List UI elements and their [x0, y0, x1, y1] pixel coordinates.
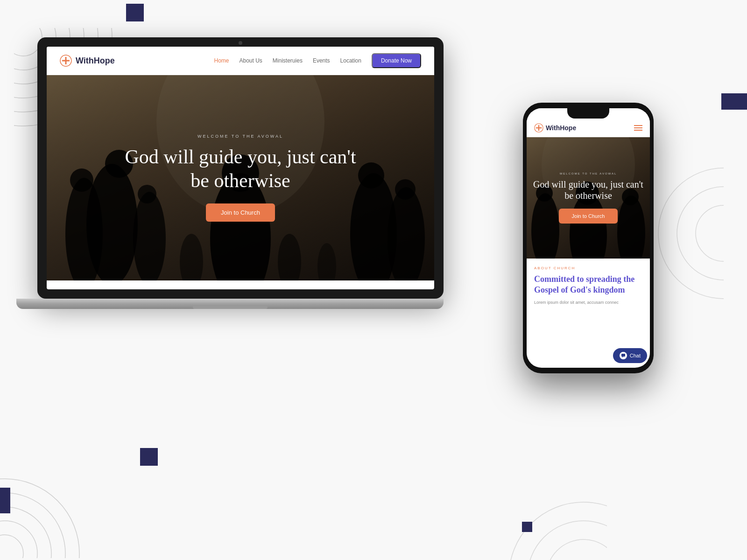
hamburger-line-3 [634, 130, 642, 131]
svg-point-34 [395, 179, 416, 200]
phone-hero-cta-button[interactable]: Join to Church [559, 209, 618, 224]
phone-logo-icon [534, 123, 543, 133]
logo-icon [60, 55, 72, 67]
decorative-square-3 [522, 522, 532, 532]
chat-button[interactable]: Chat [613, 348, 647, 363]
phone-logo: WithHope [534, 123, 576, 133]
laptop-hero-content: WELCOME TO THE AVOWAL God will guide you… [124, 134, 357, 222]
phone-screen: WithHope [527, 108, 650, 368]
decorative-square-5 [721, 93, 747, 110]
svg-point-12 [677, 187, 724, 280]
svg-point-7 [0, 521, 37, 558]
laptop-logo-text: WithHope [76, 56, 115, 66]
phone-hero-title: God will guide you, just can't be otherw… [531, 179, 645, 201]
circles-bottomleft [0, 465, 93, 560]
chat-button-label: Chat [630, 353, 641, 358]
phone-logo-text: WithHope [546, 124, 576, 132]
phone-device: WithHope [523, 103, 654, 373]
phone-hero-welcome: WELCOME TO THE AVOWAL [531, 172, 645, 175]
nav-link-location[interactable]: Location [340, 57, 361, 64]
phone-hero-content: WELCOME TO THE AVOWAL God will guide you… [531, 172, 645, 224]
laptop-screen-outer: WithHope Home About Us Ministeruies Even… [37, 37, 444, 299]
phone-about-title: Committed to spreading the Gospel of God… [534, 274, 642, 296]
decorative-square-2 [0, 488, 10, 513]
svg-point-6 [0, 535, 23, 558]
laptop-site-nav: WithHope Home About Us Ministeruies Even… [47, 47, 434, 75]
chat-icon [620, 352, 627, 359]
svg-point-11 [696, 205, 724, 261]
laptop-hero-cta-button[interactable]: Join to Church [206, 203, 275, 222]
laptop-device: WithHope Home About Us Ministeruies Even… [37, 37, 444, 345]
laptop-mockup: WithHope Home About Us Ministeruies Even… [37, 37, 444, 345]
phone-mockup: WithHope [523, 103, 654, 373]
phone-about-section: ABOUT CHURCH Committed to spreading the … [527, 259, 650, 313]
laptop-nav-links: Home About Us Ministeruies Events Locati… [214, 53, 421, 68]
laptop-camera [239, 41, 242, 45]
hamburger-line-1 [634, 125, 642, 126]
laptop-base [16, 299, 444, 309]
phone-notch [567, 108, 609, 119]
phone-about-body: Lorem ipsum dolor sit amet, accusam conn… [534, 300, 642, 306]
laptop-hero-welcome: WELCOME TO THE AVOWAL [124, 134, 357, 139]
laptop-logo: WithHope [60, 55, 115, 67]
svg-point-8 [0, 507, 51, 558]
phone-hero-section: WELCOME TO THE AVOWAL God will guide you… [527, 137, 650, 259]
svg-point-15 [528, 521, 607, 560]
svg-point-14 [546, 539, 607, 560]
phone-about-label: ABOUT CHURCH [534, 266, 642, 270]
chat-bubble-icon [621, 353, 626, 358]
hamburger-menu[interactable] [634, 125, 642, 131]
laptop-hero-section: WELCOME TO THE AVOWAL God will guide you… [47, 75, 434, 280]
donate-button[interactable]: Donate Now [372, 53, 421, 68]
nav-link-events[interactable]: Events [313, 57, 330, 64]
circles-bottomright [490, 483, 607, 560]
decorative-square-4 [140, 448, 158, 466]
nav-link-ministries[interactable]: Ministeruies [273, 57, 303, 64]
laptop-screen: WithHope Home About Us Ministeruies Even… [47, 47, 434, 289]
laptop-hero-title: God will guide you, just can't be otherw… [124, 145, 357, 192]
svg-point-10 [0, 479, 79, 558]
svg-rect-19 [62, 60, 70, 62]
svg-point-26 [70, 168, 93, 192]
svg-rect-40 [536, 127, 542, 128]
nav-link-home[interactable]: Home [214, 57, 229, 64]
nav-link-about[interactable]: About Us [240, 57, 262, 64]
decorative-square-1 [126, 4, 144, 21]
svg-point-32 [358, 162, 384, 189]
hamburger-line-2 [634, 127, 642, 128]
